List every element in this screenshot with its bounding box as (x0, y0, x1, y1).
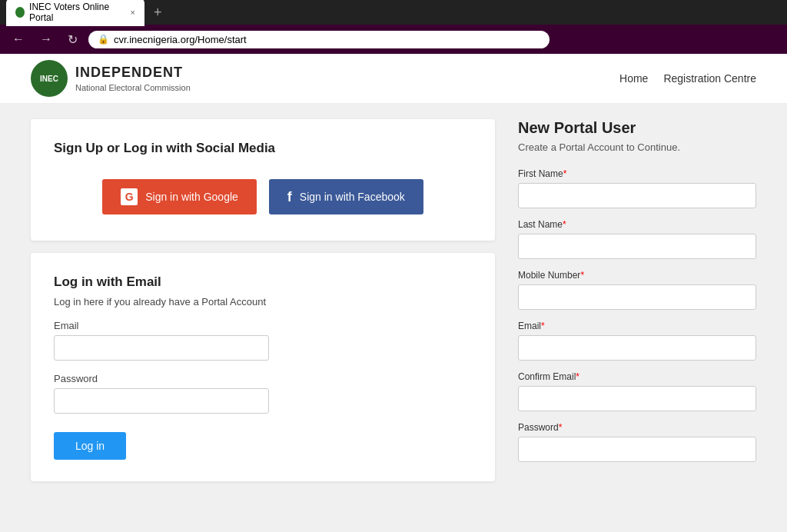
site-nav: Home Registration Centre (619, 72, 756, 85)
mobile-input[interactable] (518, 284, 756, 310)
logo-subtitle: National Electoral Commission (75, 82, 191, 94)
portal-form: First Name* Last Name* Mobile Number* Em… (518, 168, 756, 462)
portal-email-input[interactable] (518, 335, 756, 361)
mobile-label: Mobile Number* (518, 270, 756, 281)
browser-titlebar: INEC Voters Online Portal × + (0, 0, 787, 25)
site-logo: INEC INDEPENDENT National Electoral Comm… (31, 60, 191, 97)
tab-close-button[interactable]: × (131, 8, 135, 17)
portal-password-input[interactable] (518, 437, 756, 462)
portal-email-field-group: Email* (518, 321, 756, 361)
social-title: Sign Up or Log in with Social Media (54, 141, 472, 156)
tab-favicon (15, 7, 25, 18)
refresh-button[interactable]: ↻ (63, 31, 82, 48)
new-tab-button[interactable]: + (154, 5, 162, 21)
firstname-required: * (563, 168, 567, 179)
left-panel: Sign Up or Log in with Social Media G Si… (31, 119, 495, 516)
password-input[interactable] (54, 388, 269, 414)
back-button[interactable]: ← (8, 31, 29, 48)
portal-password-required: * (559, 422, 563, 433)
logo-emblem: INEC (31, 60, 68, 97)
portal-password-field-group: Password* (518, 422, 756, 462)
email-input[interactable] (54, 335, 269, 361)
right-panel: New Portal User Create a Portal Account … (495, 119, 756, 516)
social-media-card: Sign Up or Log in with Social Media G Si… (31, 119, 495, 241)
nav-home[interactable]: Home (619, 72, 648, 85)
email-label: Email (54, 320, 472, 331)
firstname-label: First Name* (518, 168, 756, 179)
portal-password-label: Password* (518, 422, 756, 433)
lastname-required: * (563, 219, 566, 230)
page-content: Sign Up or Log in with Social Media G Si… (0, 104, 787, 531)
facebook-signin-button[interactable]: f Sign in with Facebook (269, 179, 423, 214)
portal-subtitle: Create a Portal Account to Continue. (518, 141, 756, 153)
logo-text: INDEPENDENT National Electoral Commissio… (75, 63, 191, 95)
portal-title: New Portal User (518, 119, 756, 137)
url-text: cvr.inecnigeria.org/Home/start (114, 34, 247, 45)
mobile-field-group: Mobile Number* (518, 270, 756, 310)
email-field-group: Email (54, 320, 472, 361)
logo-abbrev: INEC (40, 75, 58, 83)
nav-registration-centre[interactable]: Registration Centre (663, 72, 756, 85)
tab-title: INEC Voters Online Portal (29, 2, 121, 23)
mobile-required: * (580, 270, 584, 281)
lastname-input[interactable] (518, 234, 756, 259)
firstname-field-group: First Name* (518, 168, 756, 208)
firstname-input[interactable] (518, 183, 756, 208)
lastname-label: Last Name* (518, 219, 756, 230)
password-field-group: Password (54, 373, 472, 414)
facebook-icon: f (287, 189, 292, 205)
portal-email-required: * (541, 321, 545, 331)
confirm-email-label: Confirm Email* (518, 371, 756, 382)
email-login-card: Log in with Email Log in here if you alr… (31, 253, 495, 481)
google-signin-button[interactable]: G Sign in with Google (102, 179, 257, 214)
google-icon: G (121, 188, 138, 205)
social-buttons-container: G Sign in with Google f Sign in with Fac… (54, 171, 472, 219)
logo-title: INDEPENDENT (75, 63, 191, 82)
email-subtitle: Log in here if you already have a Portal… (54, 296, 472, 308)
lastname-field-group: Last Name* (518, 219, 756, 259)
email-title: Log in with Email (54, 274, 472, 290)
confirm-email-required: * (576, 371, 579, 382)
browser-tab[interactable]: INEC Voters Online Portal × (6, 0, 144, 26)
password-label: Password (54, 373, 472, 384)
lock-icon: 🔒 (98, 34, 109, 45)
address-bar[interactable]: 🔒 cvr.inecnigeria.org/Home/start (88, 31, 550, 48)
browser-toolbar: ← → ↻ 🔒 cvr.inecnigeria.org/Home/start (0, 25, 787, 54)
login-button[interactable]: Log in (54, 432, 126, 460)
facebook-button-label: Sign in with Facebook (300, 191, 405, 203)
confirm-email-input[interactable] (518, 386, 756, 411)
confirm-email-field-group: Confirm Email* (518, 371, 756, 411)
site-header: INEC INDEPENDENT National Electoral Comm… (0, 54, 787, 104)
forward-button[interactable]: → (35, 31, 57, 48)
google-button-label: Sign in with Google (145, 191, 238, 203)
portal-email-label: Email* (518, 321, 756, 331)
